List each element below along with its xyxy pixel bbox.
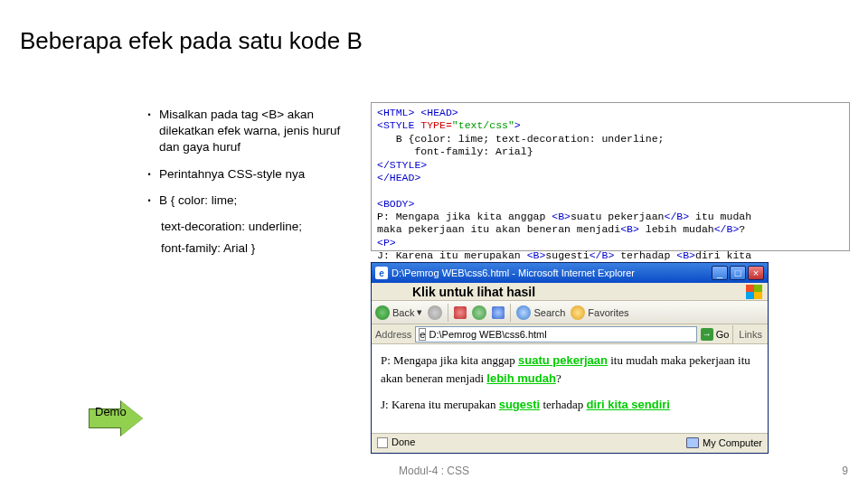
refresh-button[interactable]	[472, 305, 486, 320]
back-button[interactable]: Back ▾	[375, 305, 422, 320]
star-icon	[571, 305, 585, 320]
status-zone: My Computer	[686, 437, 762, 448]
footer-text: Modul-4 : CSS	[0, 465, 868, 477]
forward-button[interactable]	[428, 305, 442, 320]
address-value: D:\Pemrog WEB\css6.html	[429, 329, 546, 340]
address-field[interactable]: e D:\Pemrog WEB\css6.html	[415, 326, 696, 343]
minimize-button[interactable]: _	[712, 266, 728, 280]
page-number: 9	[842, 465, 848, 477]
ie-icon: e	[419, 328, 426, 341]
browser-menubar: Klik untuk lihat hasil	[372, 283, 768, 301]
address-bar: Address e D:\Pemrog WEB\css6.html →Go Li…	[372, 324, 768, 344]
status-bar: Done My Computer	[372, 433, 768, 451]
bullet-list: •Misalkan pada tag <B> akan dilekatkan e…	[145, 107, 353, 263]
refresh-icon	[472, 305, 486, 320]
search-button[interactable]: Search	[516, 305, 565, 320]
close-button[interactable]: ×	[748, 266, 764, 280]
go-button[interactable]: →Go	[701, 328, 730, 341]
status-done: Done	[377, 436, 415, 448]
bullet-1: Misalkan pada tag <B> akan dilekatkan ef…	[154, 107, 353, 156]
klik-overlay: Klik untuk lihat hasil	[412, 285, 535, 299]
favorites-button[interactable]: Favorites	[571, 305, 628, 320]
bullet-3b: font-family: Arial }	[145, 240, 353, 257]
address-label: Address	[375, 329, 411, 340]
go-icon: →	[701, 328, 713, 341]
windows-logo-icon	[746, 285, 762, 299]
search-icon	[516, 305, 531, 320]
forward-icon	[428, 305, 442, 320]
bullet-3a: text-decoration: underline;	[145, 219, 353, 235]
back-icon	[375, 305, 390, 320]
browser-title-text: D:\Pemrog WEB\css6.html - Microsoft Inte…	[392, 267, 708, 278]
computer-icon	[686, 437, 699, 448]
bullet-3: B { color: lime;	[154, 192, 353, 209]
browser-titlebar: e D:\Pemrog WEB\css6.html - Microsoft In…	[372, 263, 768, 283]
links-button[interactable]: Links	[737, 329, 764, 340]
maximize-button[interactable]: □	[730, 266, 746, 280]
ie-icon: e	[375, 267, 388, 279]
bullet-2: Perintahnya CSS-style nya	[154, 166, 353, 183]
stop-button[interactable]	[454, 306, 467, 319]
home-icon	[492, 306, 505, 319]
demo-label: Demo	[95, 405, 127, 418]
page-content: P: Mengapa jika kita anggap suatu pekerj…	[372, 344, 768, 433]
page-icon	[377, 437, 388, 448]
code-box: <HTML> <HEAD> <STYLE TYPE="text/css"> B …	[371, 102, 850, 251]
stop-icon	[454, 306, 467, 319]
page-title: Beberapa efek pada satu kode B	[20, 27, 363, 55]
home-button[interactable]	[492, 306, 505, 319]
browser-toolbar: Back ▾ Search Favorites	[372, 301, 768, 324]
browser-window: e D:\Pemrog WEB\css6.html - Microsoft In…	[371, 262, 769, 454]
